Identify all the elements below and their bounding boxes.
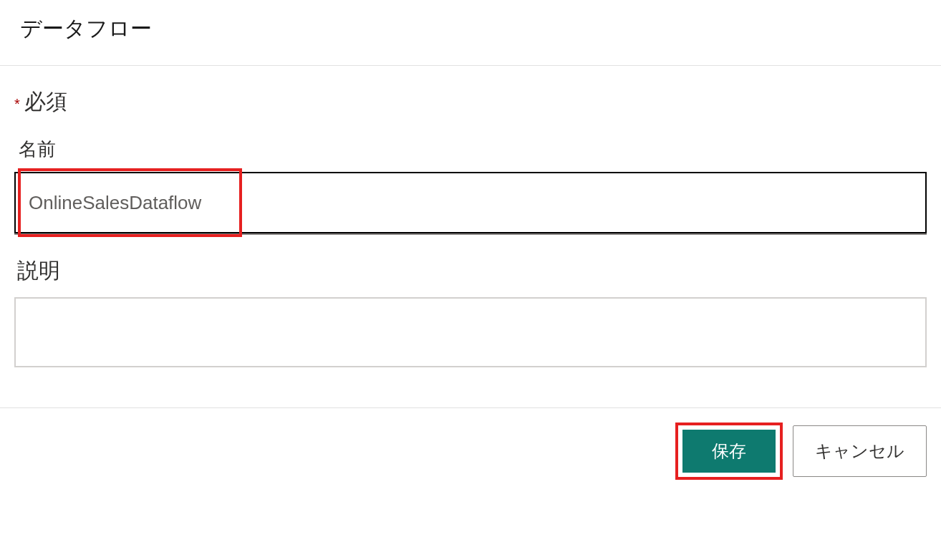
page-title: データフロー — [20, 14, 921, 44]
required-label: 必須 — [24, 87, 67, 117]
save-button[interactable]: 保存 — [682, 430, 776, 473]
footer-actions: 保存 キャンセル — [0, 407, 941, 480]
name-input[interactable] — [14, 172, 927, 233]
description-label: 説明 — [14, 256, 927, 286]
cancel-button[interactable]: キャンセル — [793, 425, 927, 477]
save-highlight-box: 保存 — [675, 423, 783, 480]
name-input-wrapper — [14, 172, 927, 235]
name-label: 名前 — [14, 137, 927, 162]
form-content: * 必須 名前 説明 — [0, 66, 941, 385]
required-indicator: * 必須 — [14, 87, 927, 117]
header: データフロー — [0, 0, 941, 66]
description-input[interactable] — [14, 297, 927, 367]
asterisk-icon: * — [14, 97, 20, 111]
